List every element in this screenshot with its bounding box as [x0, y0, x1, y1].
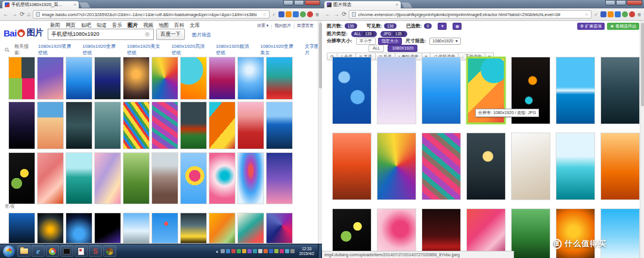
- close-button[interactable]: [627, 0, 642, 5]
- tray-icon[interactable]: [269, 249, 273, 253]
- adblock-icon[interactable]: [286, 11, 292, 17]
- extension-icon[interactable]: [278, 11, 284, 17]
- header-button[interactable]: ⚙ 扩展选项: [577, 23, 605, 30]
- baidu-logo[interactable]: Bai du 图片: [4, 27, 44, 38]
- taskbar-chrome[interactable]: [46, 245, 59, 257]
- image-thumbnail[interactable]: [37, 213, 64, 244]
- home-icon[interactable]: ⌂: [27, 11, 30, 17]
- taskbar-settings-app[interactable]: [103, 245, 116, 257]
- image-thumbnail[interactable]: [266, 102, 293, 149]
- extension-icon[interactable]: [615, 11, 621, 17]
- taskbar-document-app[interactable]: [75, 245, 88, 257]
- image-thumbnail[interactable]: [151, 102, 178, 149]
- extension-icon[interactable]: [300, 11, 306, 17]
- image-thumbnail[interactable]: [600, 208, 640, 258]
- size-filter-select[interactable]: 1080x1920 ▾: [429, 38, 460, 45]
- maximize-button[interactable]: [616, 0, 626, 5]
- refresh-icon[interactable]: ⟳: [342, 11, 346, 17]
- close-button[interactable]: [305, 0, 320, 5]
- image-thumbnail[interactable]: [123, 152, 150, 204]
- taskbar-reader-app[interactable]: S: [89, 245, 102, 257]
- resolution-option[interactable]: 指定大小: [378, 38, 402, 45]
- tray-icon[interactable]: [247, 249, 252, 253]
- baidu-nav-item[interactable]: 文库: [190, 22, 200, 31]
- image-thumbnail[interactable]: [37, 102, 64, 149]
- address-bar[interactable]: chrome-extension://jlpocahfkplgepninhpkm…: [349, 10, 592, 19]
- image-thumbnail[interactable]: [332, 133, 371, 200]
- start-button[interactable]: [3, 245, 15, 257]
- extension-icon[interactable]: [307, 11, 313, 17]
- image-thumbnail[interactable]: [123, 102, 150, 149]
- image-thumbnail[interactable]: [556, 133, 595, 200]
- extension-icon[interactable]: [629, 11, 635, 17]
- image-thumbnail-selected[interactable]: 分辨率: 1080x1920 / 类型: JPG: [466, 57, 506, 124]
- taskbar-cmd[interactable]: [60, 245, 73, 257]
- search-button[interactable]: 百度一下: [156, 29, 185, 40]
- image-thumbnail[interactable]: [66, 213, 92, 244]
- chrome-menu-icon[interactable]: ≡: [315, 11, 319, 18]
- image-thumbnail[interactable]: [600, 133, 640, 200]
- extension-icon[interactable]: [622, 11, 628, 17]
- chrome-menu-icon[interactable]: ≡: [637, 11, 641, 18]
- address-bar[interactable]: image.baidu.com/i?ct=201326592&cl=2&lm=-…: [33, 10, 270, 19]
- tab-close-icon[interactable]: ×: [73, 2, 76, 7]
- image-thumbnail[interactable]: [180, 213, 207, 244]
- related-search-link[interactable]: 1080x1920竖屏壁纸: [38, 43, 75, 56]
- image-thumbnail[interactable]: [556, 57, 595, 124]
- image-thumbnail[interactable]: [556, 208, 595, 258]
- grid-view-button[interactable]: ▦: [453, 23, 462, 30]
- size-badge[interactable]: ALL: [369, 45, 384, 52]
- image-thumbnail[interactable]: [8, 213, 35, 244]
- image-thumbnail[interactable]: [266, 57, 293, 100]
- tray-icon[interactable]: [274, 249, 278, 253]
- image-thumbnail[interactable]: [94, 102, 121, 149]
- baidu-user-link[interactable]: 设置 ▾: [257, 23, 268, 29]
- image-thumbnail[interactable]: [151, 152, 178, 204]
- related-search-link[interactable]: 1080x1920超清壁纸: [216, 43, 252, 56]
- image-thumbnail[interactable]: [237, 102, 264, 149]
- image-thumbnail[interactable]: [466, 133, 506, 200]
- image-thumbnail[interactable]: [511, 208, 550, 258]
- new-tab-button[interactable]: [79, 2, 90, 8]
- tab-close-icon[interactable]: ×: [395, 2, 398, 7]
- related-search-link[interactable]: 1080x1920美女壁纸: [127, 43, 163, 56]
- bookmark-star-icon[interactable]: ☆: [584, 12, 589, 17]
- image-thumbnail[interactable]: [237, 57, 264, 100]
- image-thumbnail[interactable]: [237, 152, 264, 204]
- back-icon[interactable]: ←: [3, 11, 9, 17]
- image-thumbnail[interactable]: [37, 57, 64, 100]
- tray-icon[interactable]: [242, 249, 246, 253]
- related-search-link[interactable]: 1080x1920全屏美女: [260, 43, 296, 56]
- image-thumbnail[interactable]: [209, 213, 236, 244]
- forward-icon[interactable]: →: [333, 11, 339, 17]
- image-thumbnail[interactable]: [123, 57, 150, 100]
- minimize-button[interactable]: [605, 0, 615, 5]
- image-thumbnail[interactable]: [422, 57, 461, 124]
- back-icon[interactable]: ←: [325, 11, 331, 17]
- tray-icon[interactable]: [231, 249, 236, 253]
- image-thumbnail[interactable]: [8, 102, 35, 149]
- tray-icon[interactable]: [237, 249, 241, 253]
- image-thumbnail[interactable]: [8, 152, 35, 204]
- related-search-link[interactable]: 1080x1920高清壁纸: [171, 43, 208, 56]
- image-thumbnail[interactable]: [94, 213, 121, 244]
- image-thumbnail[interactable]: [422, 133, 461, 200]
- filter-button[interactable]: ▼: [438, 23, 447, 30]
- baidu-user-link[interactable]: 百度首页: [297, 23, 314, 29]
- image-thumbnail[interactable]: [377, 57, 416, 124]
- tray-icon[interactable]: [264, 249, 268, 253]
- extension-icon[interactable]: [293, 11, 299, 17]
- scrollbar-thumb[interactable]: [641, 23, 644, 106]
- extension-icon[interactable]: [600, 11, 606, 17]
- image-thumbnail[interactable]: [123, 213, 150, 244]
- tray-icon[interactable]: [221, 249, 225, 253]
- tab-baidu-images[interactable]: 手机壁纸1080x1920_百... ×: [2, 1, 79, 8]
- image-thumbnail[interactable]: [209, 102, 236, 149]
- tray-icon[interactable]: [285, 249, 289, 253]
- minimize-button[interactable]: [283, 0, 293, 5]
- tray-icon[interactable]: [226, 249, 230, 253]
- maximize-button[interactable]: [294, 0, 304, 5]
- image-thumbnail[interactable]: [209, 152, 236, 204]
- header-button[interactable]: ★ 看精选作品: [607, 23, 639, 30]
- taskbar-explorer[interactable]: [17, 245, 30, 257]
